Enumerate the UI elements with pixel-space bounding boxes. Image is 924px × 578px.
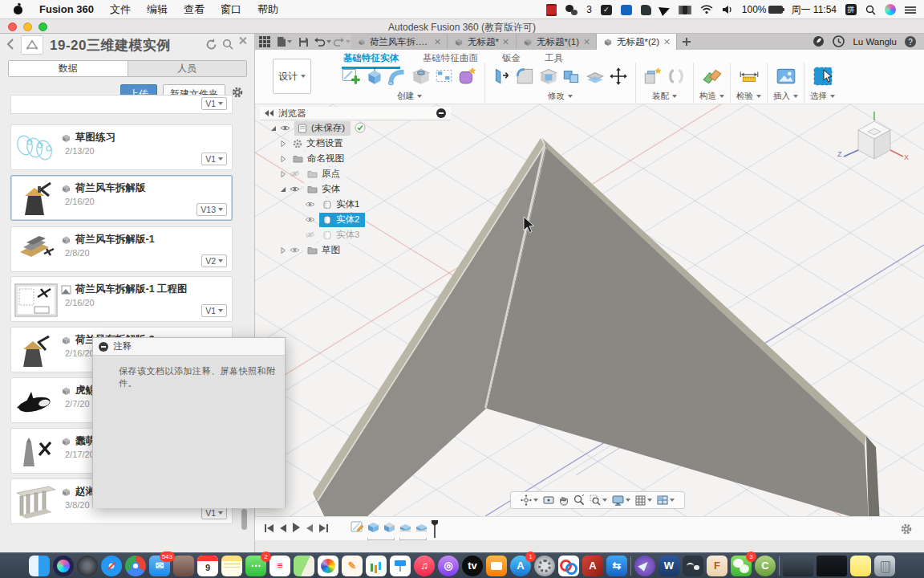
timeline-feature-extrude-3[interactable] bbox=[399, 520, 412, 537]
doc-tab-untitled-2-active[interactable]: 无标题*(2) bbox=[597, 34, 677, 50]
tree-node-sketches-folder[interactable]: 草图 bbox=[279, 242, 460, 258]
timeline-feature-extrude-4[interactable] bbox=[415, 520, 428, 537]
spotlight-search-icon[interactable] bbox=[865, 5, 876, 15]
split-body-icon[interactable] bbox=[584, 65, 606, 88]
menu-clock[interactable]: 周一 11:54 bbox=[792, 3, 837, 17]
wechat-status-icon[interactable] bbox=[565, 5, 578, 15]
display-settings-icon[interactable] bbox=[612, 495, 630, 506]
dock-keynote-icon[interactable] bbox=[390, 556, 411, 576]
tab-close-icon[interactable] bbox=[503, 39, 509, 45]
expander-open-icon[interactable] bbox=[279, 185, 287, 193]
evernote-status-icon[interactable] bbox=[641, 5, 651, 15]
group-label-construct[interactable]: 构造 bbox=[699, 91, 724, 102]
list-item-sketch-practice[interactable]: 草图练习 2/13/20 V1 bbox=[10, 124, 233, 170]
version-dropdown[interactable]: V1 bbox=[201, 153, 227, 165]
grille-status-icon[interactable] bbox=[679, 6, 691, 14]
version-dropdown[interactable]: V13 bbox=[197, 203, 227, 216]
timeline-step-forward-button[interactable] bbox=[306, 522, 314, 536]
dock-siri-icon[interactable] bbox=[53, 556, 74, 576]
press-pull-icon[interactable] bbox=[491, 65, 513, 88]
dock-reminders-icon[interactable]: ≡ bbox=[270, 556, 290, 576]
bird-status-icon[interactable] bbox=[659, 3, 671, 16]
dock-safari-icon[interactable] bbox=[101, 556, 122, 576]
tree-node-body1[interactable]: 实体1 bbox=[305, 197, 460, 212]
doc-tab-untitled-1[interactable]: 无标题*(1) bbox=[517, 34, 597, 50]
pan-icon[interactable] bbox=[559, 495, 569, 506]
insert-image-icon[interactable] bbox=[775, 65, 797, 88]
menu-view[interactable]: 查看 bbox=[184, 2, 205, 17]
dock-word-icon[interactable]: W bbox=[659, 556, 679, 576]
workspace-selector[interactable]: 设计 bbox=[273, 59, 311, 94]
expander-closed-icon[interactable] bbox=[279, 140, 287, 148]
combine-icon[interactable] bbox=[561, 65, 583, 88]
tab-close-icon[interactable] bbox=[583, 39, 590, 45]
hole-icon[interactable] bbox=[410, 65, 432, 88]
visibility-eye-off-icon[interactable] bbox=[305, 231, 317, 238]
visibility-eye-icon[interactable] bbox=[290, 246, 302, 254]
orbit-icon[interactable] bbox=[521, 495, 538, 506]
siri-status-icon[interactable] bbox=[885, 4, 896, 15]
dock-podcasts-icon[interactable]: ◎ bbox=[438, 556, 459, 576]
group-label-modify[interactable]: 修改 bbox=[548, 91, 573, 102]
menu-edit[interactable]: 编辑 bbox=[147, 2, 168, 17]
checkmark-status-icon[interactable]: ✓ bbox=[601, 5, 612, 15]
tree-node-bodies-folder[interactable]: 实体 bbox=[279, 181, 460, 197]
joint-icon[interactable] bbox=[665, 65, 687, 88]
expander-open-icon[interactable] bbox=[270, 124, 278, 132]
new-component-icon[interactable] bbox=[642, 65, 664, 88]
dock-separator-2[interactable] bbox=[779, 556, 780, 576]
dock-messages-icon[interactable]: ⋯ 2 bbox=[245, 556, 266, 576]
notification-center-icon[interactable] bbox=[905, 6, 916, 14]
user-name[interactable]: Lu Wanglu bbox=[853, 37, 897, 47]
dock-minimized-window-2[interactable] bbox=[817, 556, 847, 576]
panel-settings-gear-icon[interactable] bbox=[231, 86, 244, 102]
viewports-icon[interactable] bbox=[657, 495, 675, 505]
volume-icon[interactable] bbox=[722, 5, 733, 14]
grid-snap-icon[interactable] bbox=[635, 495, 652, 506]
menu-window[interactable]: 窗口 bbox=[221, 2, 241, 17]
expander-closed-icon[interactable] bbox=[279, 170, 287, 178]
zoom-icon[interactable] bbox=[573, 495, 585, 506]
extensions-icon[interactable] bbox=[813, 35, 825, 49]
version-dropdown[interactable]: V1 bbox=[201, 97, 227, 110]
dock-autocad-icon[interactable]: A bbox=[582, 556, 603, 576]
apple-menu-icon[interactable] bbox=[13, 3, 23, 15]
timeline-play-button[interactable] bbox=[292, 522, 301, 536]
dock-minimized-window-1[interactable] bbox=[783, 556, 813, 576]
dock-pages-icon[interactable]: ✎ bbox=[342, 556, 363, 576]
timeline-settings-gear-icon[interactable] bbox=[900, 523, 913, 539]
dock-mail-icon[interactable]: ✉ 543 bbox=[149, 556, 170, 576]
dock-bird-app-icon[interactable] bbox=[634, 556, 655, 576]
wifi-icon[interactable] bbox=[700, 5, 713, 14]
dock-separator-1[interactable] bbox=[630, 556, 631, 576]
tab-close-icon[interactable] bbox=[434, 39, 440, 45]
dock-contacts-icon[interactable] bbox=[173, 556, 194, 576]
dock-camtasia-icon[interactable]: C bbox=[755, 556, 776, 576]
tab-close-icon[interactable] bbox=[663, 39, 670, 45]
browser-header[interactable]: 浏览器 bbox=[260, 107, 451, 120]
expander-closed-icon[interactable] bbox=[279, 155, 287, 163]
dock-rings-app-icon[interactable] bbox=[558, 556, 579, 576]
list-item-windmill[interactable]: 荷兰风车拆解版 2/16/20 V13 bbox=[10, 175, 233, 221]
view-cube[interactable]: Z X bbox=[836, 111, 910, 173]
extrude-icon[interactable] bbox=[363, 65, 386, 88]
redo-icon[interactable] bbox=[332, 34, 351, 50]
save-icon[interactable] bbox=[294, 34, 313, 50]
viewport-3d[interactable]: 浏览器 (未保存) 文档设置 命名视图 bbox=[255, 104, 924, 516]
dock-chrome-icon[interactable] bbox=[125, 556, 146, 576]
timeline-feature-extrude-1[interactable] bbox=[367, 520, 380, 537]
project-hub-icon[interactable] bbox=[21, 35, 43, 55]
data-panel-toggle-icon[interactable] bbox=[255, 34, 274, 50]
move-icon[interactable] bbox=[607, 65, 630, 88]
construction-plane-icon[interactable] bbox=[701, 65, 723, 88]
menu-help[interactable]: 帮助 bbox=[257, 2, 278, 17]
teamviewer-status-icon[interactable] bbox=[621, 5, 632, 15]
look-at-icon[interactable] bbox=[543, 495, 554, 505]
expander-closed-icon[interactable] bbox=[279, 246, 287, 254]
fillet-icon[interactable] bbox=[514, 65, 537, 88]
tab-people[interactable]: 人员 bbox=[128, 61, 247, 76]
back-icon[interactable] bbox=[6, 39, 14, 52]
version-dropdown[interactable]: V1 bbox=[201, 304, 227, 317]
dock-numbers-icon[interactable] bbox=[366, 556, 387, 576]
visibility-eye-icon[interactable] bbox=[290, 185, 302, 193]
